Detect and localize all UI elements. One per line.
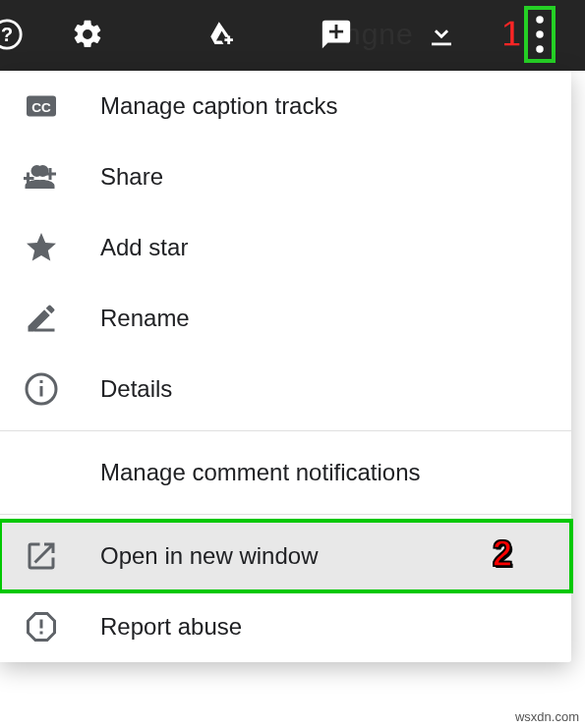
- download-icon[interactable]: [425, 18, 458, 51]
- drive-add-icon[interactable]: [206, 18, 240, 51]
- svg-rect-11: [40, 620, 43, 629]
- menu-rename[interactable]: Rename: [0, 283, 571, 354]
- watermark: wsxdn.com: [515, 709, 579, 724]
- svg-point-4: [536, 45, 544, 53]
- pencil-icon: [24, 301, 73, 336]
- viewer-toolbar: ngne ? 1: [0, 0, 585, 71]
- background-title: ngne: [344, 18, 414, 51]
- menu-caption-tracks[interactable]: CC Manage caption tracks: [0, 71, 571, 141]
- menu-label: Open in new window: [100, 542, 318, 570]
- svg-rect-9: [40, 386, 43, 397]
- menu-open-new-window[interactable]: Open in new window 2: [0, 521, 571, 591]
- cc-icon: CC: [24, 88, 73, 124]
- menu-add-star[interactable]: Add star: [0, 212, 571, 283]
- menu-separator: [0, 514, 571, 515]
- annotation-2: 2: [493, 533, 512, 575]
- help-icon[interactable]: ?: [0, 18, 24, 51]
- open-new-window-icon: [24, 538, 73, 574]
- menu-label: Share: [100, 163, 163, 191]
- svg-point-2: [536, 16, 544, 24]
- menu-label: Manage comment notifications: [100, 459, 421, 486]
- person-add-icon: [24, 159, 73, 195]
- star-icon: [24, 230, 73, 265]
- svg-text:CC: CC: [31, 100, 51, 115]
- svg-text:?: ?: [1, 24, 13, 45]
- menu-label: Report abuse: [100, 613, 242, 641]
- menu-label: Add star: [100, 234, 188, 261]
- menu-label: Details: [100, 375, 172, 403]
- menu-label: Rename: [100, 305, 190, 332]
- svg-rect-12: [40, 632, 43, 635]
- gear-icon[interactable]: [71, 18, 104, 51]
- more-menu-dropdown: CC Manage caption tracks Share Add star …: [0, 71, 571, 662]
- report-icon: [24, 609, 73, 644]
- annotation-1: 1: [501, 14, 521, 55]
- svg-point-3: [536, 30, 544, 38]
- menu-separator: [0, 430, 571, 431]
- svg-rect-7: [34, 329, 55, 332]
- menu-share[interactable]: Share: [0, 141, 571, 212]
- more-menu-button[interactable]: [524, 6, 556, 63]
- info-icon: [24, 371, 73, 407]
- svg-rect-10: [40, 380, 43, 383]
- menu-report-abuse[interactable]: Report abuse: [0, 591, 571, 662]
- menu-details[interactable]: Details: [0, 354, 571, 424]
- add-comment-icon[interactable]: [320, 18, 353, 51]
- menu-label: Manage caption tracks: [100, 92, 337, 120]
- menu-comment-notifications[interactable]: Manage comment notifications: [0, 437, 571, 508]
